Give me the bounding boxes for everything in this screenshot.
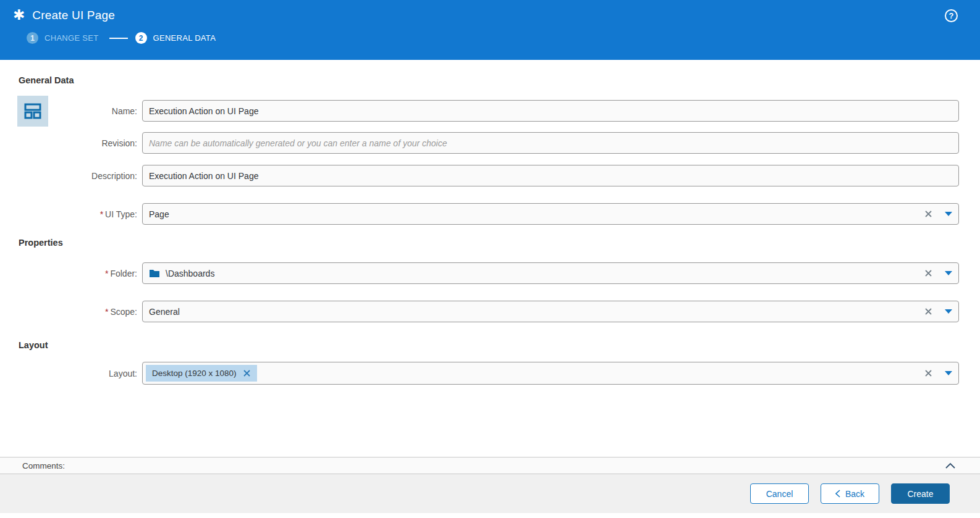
folder-icon (149, 269, 160, 278)
cancel-button[interactable]: Cancel (750, 483, 809, 504)
create-asterisk-icon: ✱ (13, 8, 25, 22)
step-general-data[interactable]: 2 GENERAL DATA (135, 32, 216, 44)
ui-page-layout-icon (17, 96, 48, 127)
step-connector (109, 38, 128, 39)
create-button-label: Create (907, 489, 933, 499)
comments-label: Comments: (22, 461, 65, 470)
scope-dropdown[interactable]: General (142, 301, 959, 322)
description-label: Description: (0, 171, 142, 181)
required-marker: * (105, 307, 108, 317)
folder-dropdown[interactable]: \Dashboards (142, 262, 959, 284)
help-icon: ? (949, 11, 954, 20)
chip-remove-icon[interactable] (243, 369, 251, 377)
dropdown-arrow-icon[interactable] (945, 371, 952, 375)
description-input[interactable] (142, 165, 959, 186)
step-1-circle: 1 (27, 32, 38, 44)
revision-input[interactable] (142, 132, 959, 154)
ui-type-label: *UI Type: (0, 209, 142, 219)
folder-value: \Dashboards (166, 269, 214, 278)
create-button[interactable]: Create (891, 483, 950, 504)
ui-type-value: Page (149, 209, 924, 219)
section-properties: Properties (19, 238, 980, 248)
scope-label: *Scope: (0, 307, 142, 317)
dropdown-arrow-icon[interactable] (945, 271, 952, 275)
layout-dropdown[interactable]: Desktop (1920 x 1080) (142, 362, 959, 385)
clear-icon[interactable] (924, 269, 932, 277)
dialog-footer: Cancel Back Create (0, 474, 980, 513)
chevron-left-icon (835, 490, 840, 498)
wizard-steps: 1 CHANGE SET 2 GENERAL DATA (0, 32, 980, 44)
scope-value: General (149, 307, 924, 317)
layout-label: Layout: (0, 369, 142, 378)
page-title: Create UI Page (32, 9, 115, 22)
ui-type-dropdown[interactable]: Page (142, 203, 959, 225)
step-1-label: CHANGE SET (44, 33, 99, 43)
back-button-label: Back (845, 489, 864, 499)
layout-value-wrap: Desktop (1920 x 1080) (146, 365, 924, 382)
folder-label: *Folder: (0, 269, 142, 278)
revision-label: Revision: (0, 138, 142, 148)
layout-chip-label: Desktop (1920 x 1080) (152, 369, 237, 378)
create-ui-page-dialog: ✱ Create UI Page ? 1 CHANGE SET 2 GENERA… (0, 0, 980, 518)
clear-icon[interactable] (924, 210, 932, 218)
dropdown-arrow-icon[interactable] (945, 309, 952, 314)
form-body: General Data Name: Revision: Description… (0, 60, 980, 457)
required-marker: * (100, 209, 103, 219)
dropdown-arrow-icon[interactable] (945, 212, 952, 216)
layout-chip: Desktop (1920 x 1080) (146, 365, 257, 382)
clear-icon[interactable] (924, 307, 932, 315)
step-2-label: GENERAL DATA (153, 33, 216, 43)
bottom-strip (0, 513, 980, 518)
comments-bar: Comments: (0, 457, 980, 474)
dialog-header: ✱ Create UI Page ? 1 CHANGE SET 2 GENERA… (0, 0, 980, 60)
name-input[interactable] (142, 100, 959, 122)
step-change-set[interactable]: 1 CHANGE SET (27, 32, 99, 44)
section-general-data: General Data (19, 75, 980, 85)
clear-icon[interactable] (924, 369, 932, 377)
help-button[interactable]: ? (945, 9, 958, 22)
step-2-circle: 2 (135, 32, 147, 44)
section-layout: Layout (19, 340, 980, 350)
folder-value-wrap: \Dashboards (149, 269, 924, 278)
required-marker: * (105, 269, 108, 278)
cancel-button-label: Cancel (766, 489, 793, 499)
back-button[interactable]: Back (821, 483, 879, 504)
collapse-comments-button[interactable] (945, 462, 955, 469)
